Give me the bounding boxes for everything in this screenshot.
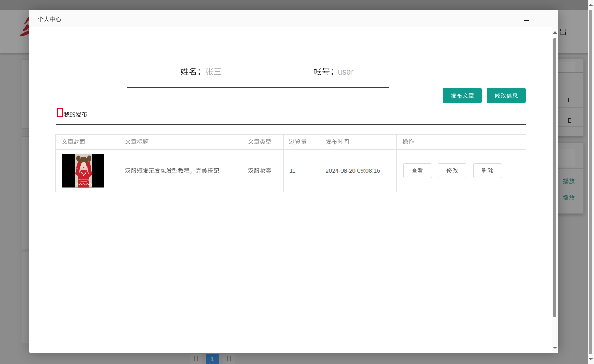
svg-text:2024-08-20 09:08:16: 2024-08-20 09:08:16 bbox=[326, 167, 380, 174]
svg-text:user: user bbox=[338, 67, 354, 76]
svg-text:11: 11 bbox=[289, 167, 296, 174]
